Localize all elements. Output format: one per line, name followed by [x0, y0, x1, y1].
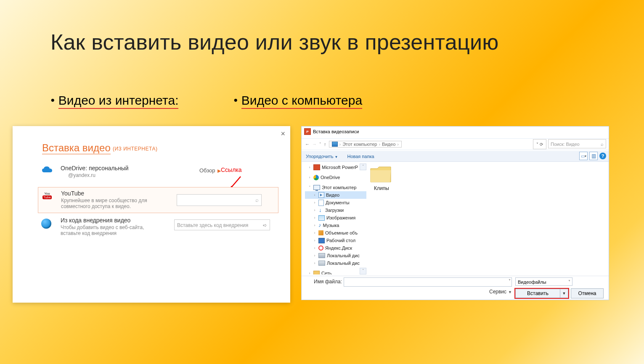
bullet-internet: • Видео из интернета: — [50, 93, 178, 108]
breadcrumb[interactable]: › Этот компьютер › Видео › — [329, 141, 402, 148]
chevron-down-icon: ▼ — [335, 155, 338, 159]
youtube-title: YouTube — [61, 190, 84, 197]
tree-documents[interactable]: ›Документы — [305, 199, 366, 206]
arrow-right-icon: ➪ — [263, 220, 267, 231]
chevron-down-icon[interactable]: ˅ — [509, 279, 511, 283]
view-icons-button[interactable]: ▭▾ — [579, 152, 588, 160]
chevron-down-icon: ▼ — [508, 290, 512, 294]
onedrive-icon — [313, 175, 319, 180]
source-onedrive[interactable]: OneDrive: персональный @yandex.ru Обзор … — [38, 163, 278, 184]
folder-item[interactable]: Клипы — [369, 164, 394, 191]
filename-input[interactable]: ˅ — [344, 277, 512, 287]
tree-thispc[interactable]: ˅Этот компьютер — [305, 184, 366, 191]
video-icon — [318, 192, 324, 198]
tree-music[interactable]: ›♪Музыка — [305, 222, 366, 229]
document-icon — [318, 200, 324, 206]
folder-tree: ˄ ›Microsoft PowerP ›OneDrive ˅Этот комп… — [305, 164, 366, 274]
chevron-down-icon: ˅ — [568, 278, 570, 286]
refresh-button[interactable]: ˅⟳ — [533, 139, 546, 149]
disk-icon — [318, 261, 325, 266]
view-details-button[interactable]: ▥ — [589, 152, 598, 160]
embed-code-input[interactable]: Вставьте здесь код внедрения ➪ — [174, 219, 270, 230]
dialog-footer: Имя файла: ˅ Видеофайлы˅ Сервис▼ Вставит… — [302, 276, 609, 300]
desktop-icon — [318, 238, 325, 243]
close-icon[interactable]: × — [281, 129, 285, 138]
yandex-disk-icon — [318, 245, 323, 251]
browse-button[interactable]: Обзор ▶ — [199, 167, 221, 174]
disk-icon — [318, 253, 325, 258]
folder-label: Клипы — [369, 185, 394, 191]
music-icon: ♪ — [318, 223, 321, 228]
insert-button[interactable]: Вставить ▼ — [514, 288, 569, 299]
tree-desktop[interactable]: ›Рабочий стол — [305, 237, 366, 244]
tree-localdisk1[interactable]: ›Локальный дис — [305, 252, 366, 259]
cancel-button[interactable]: Отмена — [571, 288, 604, 298]
onedrive-subtitle: @yandex.ru — [68, 172, 178, 178]
file-list[interactable]: Клипы — [369, 164, 605, 274]
file-open-dialog: P Вставка видеозаписи ← → ˅ ↑ › Этот ком… — [301, 126, 609, 300]
youtube-search-input[interactable]: ⌕ — [177, 194, 262, 206]
dialog-title-bar: P Вставка видеозаписи — [304, 128, 359, 135]
tree-yandexdisk[interactable]: ›Яндекс.Диск — [305, 244, 366, 252]
powerpoint-icon: P — [304, 128, 311, 135]
scroll-down-icon[interactable]: ˅ — [360, 268, 366, 274]
slide-title: Как вставить видео или звук в презентаци… — [50, 29, 498, 55]
dialog-subheading: (ИЗ ИНТЕРНЕТА) — [113, 146, 157, 152]
tree-video[interactable]: ›Видео — [305, 191, 366, 199]
toolbar: Упорядочить ▼ Новая папка — [302, 151, 609, 162]
search-icon: ⌕ — [601, 140, 604, 149]
tree-images[interactable]: ›Изображения — [305, 214, 366, 222]
dialog-heading: Вставка видео — [42, 142, 111, 154]
view-controls: ▭▾ ▥ ? — [579, 152, 606, 160]
help-icon[interactable]: ? — [599, 153, 606, 159]
box-icon — [318, 230, 323, 235]
new-folder-button[interactable]: Новая папка — [347, 154, 374, 159]
embed-subtitle: Чтобы добавить видео с веб-сайта, вставь… — [61, 224, 157, 236]
embed-title: Из кода внедрения видео — [61, 217, 130, 224]
search-icon: ⌕ — [255, 197, 259, 203]
nav-up-icon[interactable]: ↑ — [324, 142, 326, 147]
pc-icon — [313, 185, 320, 190]
download-icon — [318, 208, 323, 213]
globe-icon — [41, 219, 51, 229]
tree-localdisk2[interactable]: ›Локальный дис — [305, 259, 366, 267]
tree-network[interactable]: ›Сеть — [305, 269, 366, 274]
tools-button[interactable]: Сервис▼ — [489, 289, 512, 295]
bullet-computer: • Видео с компьютера — [233, 93, 362, 108]
search-input[interactable]: Поиск: Видео⌕ — [548, 139, 606, 148]
folder-icon — [332, 142, 338, 147]
image-icon — [318, 215, 325, 221]
tree-downloads[interactable]: ›Загрузки — [305, 206, 366, 214]
tree-powerpoint[interactable]: ›Microsoft PowerP — [305, 164, 366, 171]
chevron-right-icon: ▶ — [217, 168, 221, 173]
scroll-up-icon[interactable]: ˄ — [360, 164, 366, 170]
onedrive-title: OneDrive: персональный — [61, 165, 129, 171]
filetype-select[interactable]: Видеофайлы˅ — [515, 277, 572, 286]
insert-dropdown-icon[interactable]: ▼ — [560, 289, 568, 298]
chevron-down-icon[interactable]: ˅ — [319, 142, 321, 146]
tree-onedrive[interactable]: ›OneDrive — [305, 174, 366, 181]
youtube-icon: YouTube — [42, 192, 53, 199]
nav-back-icon[interactable]: ← — [305, 142, 310, 147]
folder-icon — [369, 164, 392, 184]
youtube-subtitle: Крупнейшее в мире сообщество для совмест… — [61, 198, 170, 209]
organize-button[interactable]: Упорядочить ▼ — [306, 154, 338, 159]
insert-online-video-dialog: × Вставка видео (ИЗ ИНТЕРНЕТА) Ссылка On… — [13, 126, 290, 303]
tree-3dobjects[interactable]: ›Объемные объ — [305, 229, 366, 237]
cloud-icon — [41, 166, 53, 174]
nav-forward-icon[interactable]: → — [312, 142, 317, 147]
filename-label: Имя файла: — [314, 279, 342, 285]
network-icon — [313, 271, 320, 275]
